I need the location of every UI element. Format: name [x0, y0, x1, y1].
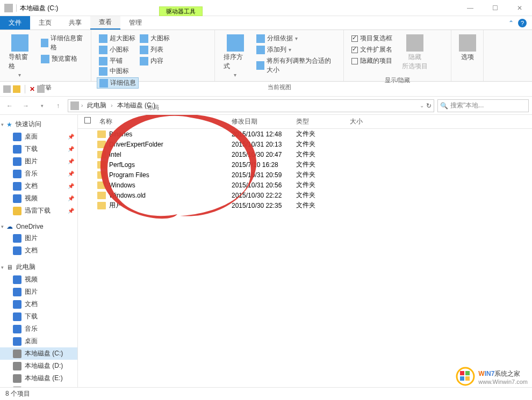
history-dropdown-icon[interactable]: ⌄ — [420, 103, 424, 108]
sidebar-item[interactable]: 图片 — [0, 232, 77, 244]
detail-pane-button[interactable]: 详细信息窗格 — [39, 33, 85, 53]
sidebar-item-label: 桌面 — [25, 337, 38, 346]
nav-pane-button[interactable]: 导航窗格▾ — [5, 33, 34, 79]
sidebar-item[interactable]: 图片 — [0, 286, 77, 298]
minimize-button[interactable]: — — [458, 1, 483, 16]
refresh-icon[interactable]: ↻ — [426, 102, 432, 110]
qat-rename-icon[interactable] — [37, 85, 45, 93]
sidebar-item[interactable]: 文档 — [0, 298, 77, 310]
hide-selected-button[interactable]: 隐藏 所选项目 — [399, 33, 431, 72]
col-date[interactable]: 修改日期 — [232, 117, 296, 126]
sidebar-item-label: 本地磁盘 (D:) — [25, 361, 63, 370]
sidebar-item[interactable]: 桌面 — [0, 335, 77, 347]
sidebar-onedrive[interactable]: ▾☁OneDrive — [0, 221, 77, 232]
file-row[interactable]: Windows2015/10/31 20:56文件夹 — [78, 180, 532, 190]
add-columns-button[interactable]: 添加列▾ — [254, 45, 338, 55]
sidebar-item[interactable]: 本地磁盘 (D:) — [0, 360, 77, 372]
search-icon: 🔍 — [440, 102, 448, 110]
up-button[interactable]: ↑ — [52, 99, 64, 112]
recent-button[interactable]: ▾ — [35, 99, 48, 112]
tab-view[interactable]: 查看 — [90, 16, 120, 30]
col-size[interactable]: 大小 — [350, 117, 393, 126]
tab-file[interactable]: 文件 — [0, 16, 30, 30]
fit-columns-button[interactable]: 将所有列调整为合适的大小 — [254, 56, 338, 75]
sidebar-item[interactable]: 文档📌 — [0, 180, 77, 192]
checkbox-icon — [351, 47, 358, 53]
maximize-button[interactable]: ☐ — [483, 1, 507, 16]
sidebar-item[interactable]: 视频📌 — [0, 192, 77, 205]
crumb-drive[interactable]: 本地磁盘 (C:) — [115, 101, 157, 110]
sidebar-item[interactable]: 桌面📌 — [0, 130, 77, 143]
sidebar-quick-access[interactable]: ▾★快速访问 — [0, 118, 77, 130]
layout-content[interactable]: 内容 — [138, 56, 172, 66]
folder-icon — [13, 325, 21, 333]
file-type: 文件夹 — [296, 170, 350, 179]
hide-sel-label: 隐藏 所选项目 — [402, 53, 428, 71]
sidebar-this-pc[interactable]: ▾🖥此电脑 — [0, 261, 77, 273]
ext-label: 文件扩展名 — [360, 45, 392, 54]
file-row[interactable]: Windows.old2015/10/30 22:22文件夹 — [78, 190, 532, 200]
sidebar-item-label: 本地磁盘 (C:) — [25, 349, 63, 358]
file-row[interactable]: PerfLogs2015/7/10 16:28文件夹 — [78, 159, 532, 170]
file-row[interactable]: Program Files2015/10/31 20:59文件夹 — [78, 170, 532, 180]
file-row[interactable]: Binaries2015/10/31 12:48文件夹 — [78, 129, 532, 139]
sidebar-item[interactable]: 本地磁盘 (C:) — [0, 347, 77, 360]
layout-details[interactable]: 详细信息 — [97, 77, 139, 89]
tab-share[interactable]: 共享 — [60, 16, 90, 30]
crumb-thispc[interactable]: 此电脑 — [85, 101, 109, 110]
search-input[interactable]: 🔍 搜索"本地... — [437, 99, 529, 112]
sidebar-item-label: 迅雷下载 — [25, 206, 51, 215]
qat-delete-icon[interactable]: ✕ — [30, 85, 35, 93]
sidebar-item[interactable]: 图片📌 — [0, 155, 77, 168]
layout-l[interactable]: 大图标 — [138, 33, 172, 43]
qat-folder-icon[interactable] — [13, 85, 20, 93]
select-all-checkbox[interactable] — [84, 117, 91, 123]
tab-manage[interactable]: 管理 — [120, 16, 150, 30]
sidebar-item[interactable]: 视频 — [0, 273, 77, 286]
layout-list-label: 列表 — [150, 45, 163, 54]
group-label: 分组依据 — [267, 34, 293, 43]
file-row[interactable]: Intel2015/10/30 20:47文件夹 — [78, 149, 532, 159]
expand-icon[interactable]: ▾ — [1, 122, 4, 127]
forward-button[interactable]: → — [19, 99, 32, 112]
sort-button[interactable]: 排序方式▾ — [220, 33, 250, 79]
expand-icon[interactable]: ▾ — [1, 265, 4, 270]
col-type[interactable]: 类型 — [296, 117, 350, 126]
expand-icon[interactable]: ▾ — [1, 224, 4, 229]
tab-home[interactable]: 主页 — [30, 16, 60, 30]
sidebar-item-label: 下载 — [25, 312, 38, 321]
sidebar-item[interactable]: 迅雷下载📌 — [0, 205, 77, 217]
pin-icon: 📌 — [68, 171, 74, 177]
file-row[interactable]: DriverExpertFolder2015/10/31 20:13文件夹 — [78, 139, 532, 149]
layout-list[interactable]: 列表 — [138, 45, 172, 55]
layout-s[interactable]: 小图标 — [97, 45, 138, 55]
options-button[interactable]: 选项 — [457, 33, 478, 63]
breadcrumb[interactable]: › 此电脑 › 本地磁盘 (C:) ⌄ ↻ — [68, 99, 434, 112]
item-checkbox-toggle[interactable]: 项目复选框 — [349, 33, 394, 43]
col-name[interactable]: 名称 — [97, 117, 232, 126]
layout-tiles[interactable]: 平铺 — [97, 56, 138, 66]
sidebar-item-label: 图片 — [25, 157, 38, 166]
qat-dropdown-icon[interactable]: ▾ — [47, 86, 49, 92]
folder-icon — [97, 161, 106, 169]
addcol-icon — [256, 46, 265, 54]
sidebar-item[interactable]: 下载📌 — [0, 143, 77, 155]
group-by-button[interactable]: 分组依据▾ — [254, 33, 338, 43]
hidden-items-toggle[interactable]: 隐藏的项目 — [349, 56, 394, 66]
sidebar-item[interactable]: 下载 — [0, 310, 77, 323]
close-button[interactable]: ✕ — [507, 1, 532, 16]
back-button[interactable]: ← — [3, 99, 16, 112]
layout-m[interactable]: 中图标 — [97, 66, 139, 76]
sidebar-item[interactable]: 文档 — [0, 244, 77, 257]
qat-icon[interactable] — [3, 85, 11, 93]
sidebar-item[interactable]: 音乐 — [0, 323, 77, 335]
sidebar-item[interactable]: 音乐📌 — [0, 168, 77, 180]
layout-xl[interactable]: 超大图标 — [97, 33, 138, 43]
file-ext-toggle[interactable]: 文件扩展名 — [349, 45, 394, 55]
preview-pane-button[interactable]: 预览窗格 — [39, 54, 85, 64]
help-icon[interactable]: ? — [518, 19, 527, 27]
sidebar-item[interactable]: 本地磁盘 (E:) — [0, 372, 77, 384]
folder-icon — [13, 133, 21, 141]
collapse-ribbon-icon[interactable]: ⌃ — [508, 19, 514, 27]
file-row[interactable]: 用户2015/10/30 22:35文件夹 — [78, 200, 532, 210]
